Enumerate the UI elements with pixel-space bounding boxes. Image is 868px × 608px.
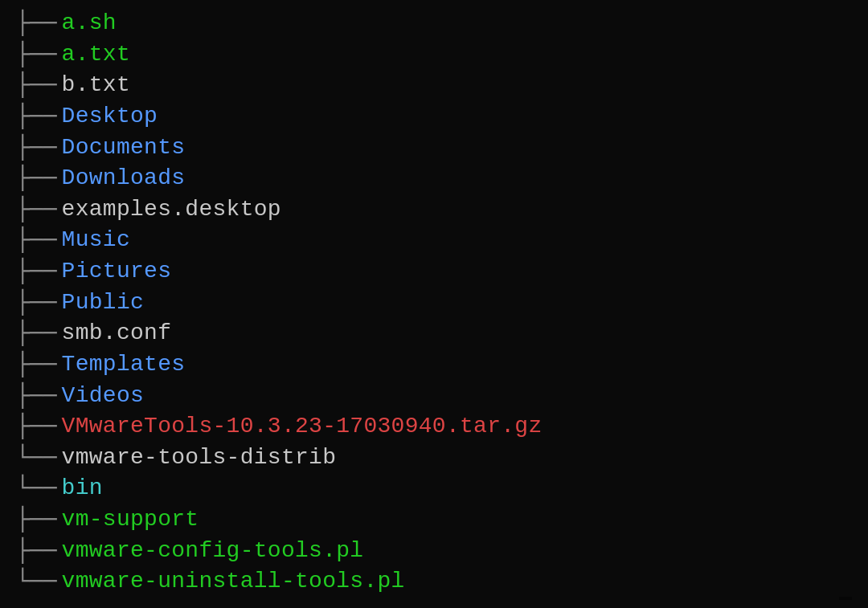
item-label-a-sh: a.sh — [62, 8, 117, 39]
tree-item-examples: ├── examples.desktop — [16, 194, 868, 226]
item-label-bin: bin — [62, 473, 103, 504]
tree-item-vmware-uninst: └── vmware-uninstall-tools.pl — [16, 566, 868, 598]
item-label-vmware-distrib: vmware-tools-distrib — [62, 443, 337, 474]
tree-item-vmware-distrib: └── vmware-tools-distrib — [16, 443, 868, 474]
item-label-vmware-config: vmware-config-tools.pl — [62, 536, 364, 567]
tree-item-videos: ├── Videos — [16, 381, 868, 412]
tree-item-vm-support: ├── vm-support — [16, 504, 868, 536]
item-label-vmwaretools: VMwareTools-10.3.23-17030940.tar.gz — [62, 411, 542, 443]
item-label-documents: Documents — [62, 133, 186, 164]
item-label-smb-conf: smb.conf — [62, 318, 172, 349]
tree-item-smb-conf: ├── smb.conf — [16, 318, 868, 349]
item-label-desktop: Desktop — [62, 101, 158, 133]
item-label-examples: examples.desktop — [62, 194, 281, 226]
item-label-a-txt: a.txt — [62, 39, 130, 71]
item-label-vmware-uninst: vmware-uninstall-tools.pl — [62, 566, 405, 598]
item-label-vm-support: vm-support — [62, 504, 199, 536]
tree-item-music: ├── Music — [16, 225, 868, 256]
tree-item-vmwaretools: ├── VMwareTools-10.3.23-17030940.tar.gz — [16, 411, 868, 443]
item-label-pictures: Pictures — [62, 256, 172, 288]
tree-item-bin: └── bin — [16, 473, 868, 504]
item-label-videos: Videos — [62, 381, 145, 412]
item-label-b-txt: b.txt — [62, 70, 130, 101]
tree-item-documents: ├── Documents — [16, 133, 868, 164]
tree-item-downloads: ├── Downloads — [16, 163, 868, 194]
tree-item-a-txt: ├── a.txt — [16, 39, 868, 71]
tree-item-templates: ├── Templates — [16, 349, 868, 381]
tree-item-vmware-config: ├── vmware-config-tools.pl — [16, 536, 868, 567]
item-label-public: Public — [62, 288, 145, 319]
tree-item-public: ├── Public — [16, 288, 868, 319]
item-label-downloads: Downloads — [62, 163, 186, 194]
tree-item-desktop: ├── Desktop — [16, 101, 868, 133]
tree-item-b-txt: ├── b.txt — [16, 70, 868, 101]
tree-item-a-sh: ├── a.sh — [16, 8, 868, 39]
item-label-templates: Templates — [62, 349, 186, 381]
tree-item-pictures: ├── Pictures — [16, 256, 868, 288]
file-tree: ├── a.sh├── a.txt├── b.txt├── Desktop├──… — [0, 8, 868, 598]
item-label-music: Music — [62, 225, 130, 256]
